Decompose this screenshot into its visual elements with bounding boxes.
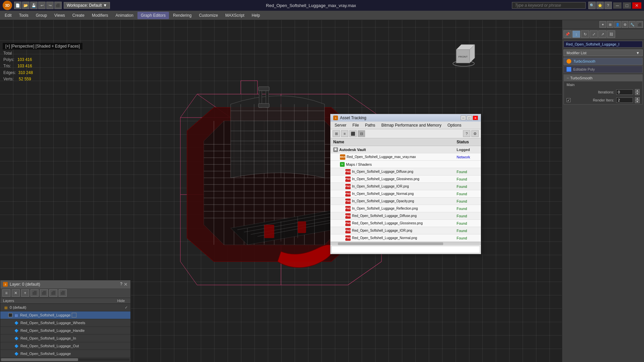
layer-item-default[interactable]: ▤ 0 (default) ✓ (0, 304, 130, 311)
render-iters-spinner[interactable]: ▲ ▼ (635, 97, 640, 103)
render-iters-checkbox[interactable]: ✓ (567, 98, 571, 102)
menu-rendering[interactable]: Rendering (170, 12, 195, 19)
asset-tool-3[interactable]: ⬛ (349, 130, 357, 137)
layers-scrollbar[interactable] (1, 358, 130, 361)
minimize-button[interactable]: ─ (613, 2, 622, 9)
rotate-tool[interactable]: ↻ (581, 30, 589, 38)
layer-luggage-color-box[interactable] (72, 313, 76, 317)
menu-tools[interactable]: Tools (16, 12, 32, 19)
rp-icon-4[interactable]: ⚙ (622, 21, 628, 28)
iterations-spinner[interactable]: ▲ ▼ (635, 89, 640, 95)
layers-tool-add[interactable]: + (21, 289, 29, 297)
search-icon[interactable]: 🔍 (588, 2, 596, 9)
undo-icon[interactable]: ↩ (38, 2, 46, 9)
menu-help[interactable]: Help (248, 12, 264, 19)
move-tool[interactable]: ↕ (572, 30, 580, 38)
iterations-up[interactable]: ▲ (635, 89, 640, 92)
layers-tool-layers[interactable]: ≡ (2, 289, 10, 297)
rp-icon-3[interactable]: 👤 (614, 21, 621, 28)
select-tool[interactable]: ↗ (598, 30, 606, 38)
object-name-field[interactable] (564, 41, 643, 48)
redo-icon[interactable]: ↪ (46, 2, 54, 9)
iterations-input[interactable] (616, 89, 633, 95)
table-row[interactable]: PNG In_Open_Softshell_Luggage_Diffuse.pn… (331, 168, 481, 175)
layer-item-out[interactable]: 🔷 Red_Open_Softshell_Luggage_Out (0, 342, 130, 350)
asset-tool-4[interactable]: ⊟ (358, 130, 365, 137)
search-input[interactable] (512, 2, 586, 9)
save-file-icon[interactable]: 💾 (30, 2, 38, 9)
render-iters-input[interactable] (616, 97, 633, 103)
menu-group[interactable]: Group (33, 12, 50, 19)
menu-maxscript[interactable]: MAXScript (222, 12, 248, 19)
asset-menu-file[interactable]: File (350, 122, 361, 128)
iterations-down[interactable]: ▼ (635, 92, 640, 95)
layers-scrollbar-thumb[interactable] (1, 358, 78, 361)
menu-edit[interactable]: Edit (1, 12, 15, 19)
asset-menu-server[interactable]: Server (332, 122, 349, 128)
asset-settings-btn[interactable]: ⚙ (471, 130, 479, 137)
menu-create[interactable]: Create (69, 12, 88, 19)
layer-item-luggage[interactable]: ▤ Red_Open_Softshell_Luggage (0, 311, 130, 319)
asset-menu-paths[interactable]: Paths (362, 122, 378, 128)
table-row[interactable]: 🏛 Autodesk Vault Logged (331, 146, 481, 153)
layer-item-in[interactable]: 🔷 Red_Open_Softshell_Luggage_In (0, 335, 130, 342)
menu-modifiers[interactable]: Modifiers (89, 12, 112, 19)
table-row[interactable]: MAX Red_Open_Softshell_Luggage_max_vray.… (331, 153, 481, 161)
asset-maximize-btn[interactable]: □ (467, 116, 472, 120)
render-iters-up[interactable]: ▲ (635, 97, 640, 100)
layers-tool-6[interactable]: ⬛ (49, 289, 57, 297)
menu-customize[interactable]: Customize (195, 12, 221, 19)
render-iters-down[interactable]: ▼ (635, 100, 640, 103)
star-icon[interactable]: ⭐ (596, 2, 604, 9)
rp-icon-6[interactable]: ⬛ (636, 21, 643, 28)
modifier-list-dropdown[interactable]: Modifier List ▼ (564, 50, 643, 56)
table-row[interactable]: PNG Red_Open_Softshell_Luggage_Normal.pn… (331, 234, 481, 242)
rp-icon-1[interactable]: ✦ (599, 21, 606, 28)
link-tool[interactable]: ⛓ (607, 30, 615, 38)
layers-help-btn[interactable]: ? (120, 282, 122, 287)
table-row[interactable]: PNG Red_Open_Softshell_Luggage_Glossines… (331, 220, 481, 227)
asset-menu-bitmap[interactable]: Bitmap Performance and Memory (378, 122, 444, 128)
layers-tool-delete[interactable]: ✕ (12, 289, 20, 297)
layer-luggage-checkbox[interactable] (8, 313, 12, 317)
menu-views[interactable]: Views (51, 12, 68, 19)
layer-item-wheels[interactable]: 🔷 Red_Open_Softshell_Luggage_Wheels (0, 319, 130, 327)
layer-item-luggage2[interactable]: 🔷 Red_Open_Softshell_Luggage (0, 350, 130, 358)
table-row[interactable]: PNG Red_Open_Softshell_Luggage_Diffuse.p… (331, 212, 481, 220)
pin-button[interactable]: 📌 (564, 30, 572, 38)
turbosmooth-collapse-icon[interactable]: − (567, 76, 569, 80)
layers-tool-5[interactable]: ⬛ (40, 289, 48, 297)
scale-tool[interactable]: ⤢ (590, 30, 598, 38)
table-row[interactable]: PNG In_Open_Softshell_Luggage_Opacity.pn… (331, 198, 481, 205)
layers-tool-7[interactable]: ⬛ (59, 289, 67, 297)
viewport-label[interactable]: [+] [Perspective] [Shaded + Edged Faces] (3, 43, 82, 50)
help-icon[interactable]: ? (604, 2, 612, 9)
close-button[interactable]: ✕ (632, 2, 641, 9)
asset-tool-2[interactable]: ≡ (341, 130, 348, 137)
asset-menu-options[interactable]: Options (445, 122, 464, 128)
new-file-icon[interactable]: 📄 (14, 2, 21, 9)
editable-poly-modifier[interactable]: Editable Poly (564, 66, 643, 73)
table-row[interactable]: PNG In_Open_Softshell_Luggage_Glossiness… (331, 175, 481, 183)
open-file-icon[interactable]: 📂 (22, 2, 30, 9)
render-icon[interactable]: ⬛ (54, 2, 62, 9)
table-row[interactable]: PNG In_Open_Softshell_Luggage_Normal.png… (331, 190, 481, 198)
table-row[interactable]: PNG In_Open_Softshell_Luggage_IOR.png Fo… (331, 183, 481, 190)
rp-icon-5[interactable]: 🔧 (629, 21, 636, 28)
asset-scrollbar-thumb[interactable] (338, 242, 443, 245)
menu-animation[interactable]: Animation (112, 12, 137, 19)
asset-close-btn[interactable]: ✕ (473, 116, 478, 120)
asset-minimize-btn[interactable]: ─ (461, 116, 466, 120)
layers-close-btn[interactable]: ✕ (124, 282, 128, 287)
table-row[interactable]: PNG In_Open_Softshell_Luggage_Reflection… (331, 205, 481, 212)
asset-col-status-header[interactable]: Status (454, 138, 481, 146)
asset-tool-1[interactable]: ⊞ (333, 130, 340, 137)
maximize-button[interactable]: □ (623, 2, 631, 9)
asset-scrollbar[interactable] (331, 242, 481, 245)
asset-help-btn[interactable]: ? (463, 130, 470, 137)
menu-graph-editors[interactable]: Graph Editors (137, 12, 169, 19)
layer-item-handle[interactable]: 🔷 Red_Open_Softshell_Luggage_Handle (0, 327, 130, 335)
asset-col-name-header[interactable]: Name (331, 138, 454, 146)
layers-tool-4[interactable]: ⬛ (31, 289, 39, 297)
rp-icon-2[interactable]: ⊞ (607, 21, 613, 28)
